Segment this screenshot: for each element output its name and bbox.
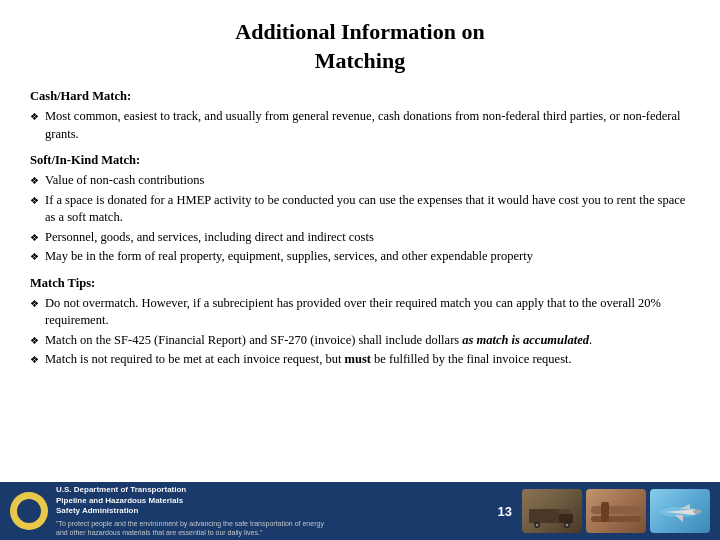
list-item: ❖ May be in the form of real property, e… bbox=[30, 248, 690, 266]
pipeline-image bbox=[586, 489, 646, 533]
list-item: ❖ Match on the SF-425 (Financial Report)… bbox=[30, 332, 690, 350]
soft-in-kind-heading: Soft/In-Kind Match: bbox=[30, 153, 690, 168]
pipeline-svg bbox=[591, 494, 641, 529]
svg-rect-7 bbox=[591, 506, 641, 514]
cash-hard-section: Cash/Hard Match: ❖ Most common, easiest … bbox=[30, 89, 690, 143]
footer-images bbox=[522, 489, 710, 533]
page-number: 13 bbox=[498, 504, 512, 519]
bold-text: must bbox=[345, 352, 371, 366]
footer-image-pipeline bbox=[586, 489, 646, 533]
bullet-icon: ❖ bbox=[30, 194, 39, 208]
list-item-text: Match on the SF-425 (Financial Report) a… bbox=[45, 332, 690, 350]
list-item-text: Value of non-cash contributions bbox=[45, 172, 690, 190]
list-item: ❖ If a space is donated for a HMEP activ… bbox=[30, 192, 690, 227]
bullet-icon: ❖ bbox=[30, 297, 39, 311]
list-item: ❖ Most common, easiest to track, and usu… bbox=[30, 108, 690, 143]
footer: U.S. Department of Transportation Pipeli… bbox=[0, 482, 720, 540]
title-line1: Additional Information on bbox=[235, 19, 484, 44]
match-tips-heading: Match Tips: bbox=[30, 276, 690, 291]
plane-svg bbox=[655, 494, 705, 529]
cash-hard-heading: Cash/Hard Match: bbox=[30, 89, 690, 104]
truck-image bbox=[522, 489, 582, 533]
soft-in-kind-list: ❖ Value of non-cash contributions ❖ If a… bbox=[30, 172, 690, 266]
plane-image bbox=[650, 489, 710, 533]
footer-org-name: U.S. Department of Transportation Pipeli… bbox=[56, 485, 498, 516]
bullet-icon: ❖ bbox=[30, 250, 39, 264]
footer-image-plane bbox=[650, 489, 710, 533]
list-item: ❖ Value of non-cash contributions bbox=[30, 172, 690, 190]
svg-rect-1 bbox=[559, 514, 573, 523]
footer-org-block: U.S. Department of Transportation Pipeli… bbox=[56, 485, 498, 536]
list-item-text: If a space is donated for a HMEP activit… bbox=[45, 192, 690, 227]
svg-rect-0 bbox=[529, 509, 559, 523]
bullet-icon: ❖ bbox=[30, 110, 39, 124]
svg-rect-14 bbox=[693, 510, 701, 513]
page-title: Additional Information on Matching bbox=[30, 18, 690, 75]
list-item: ❖ Match is not required to be met at eac… bbox=[30, 351, 690, 369]
svg-marker-12 bbox=[680, 504, 690, 509]
match-tips-section: Match Tips: ❖ Do not overmatch. However,… bbox=[30, 276, 690, 369]
svg-rect-9 bbox=[601, 502, 609, 522]
bullet-icon: ❖ bbox=[30, 353, 39, 367]
bullet-icon: ❖ bbox=[30, 334, 39, 348]
list-item: ❖ Do not overmatch. However, if a subrec… bbox=[30, 295, 690, 330]
list-item-text: Match is not required to be met at each … bbox=[45, 351, 690, 369]
bullet-icon: ❖ bbox=[30, 231, 39, 245]
list-item-text: Do not overmatch. However, if a subrecip… bbox=[45, 295, 690, 330]
title-line2: Matching bbox=[315, 48, 405, 73]
list-item-text: May be in the form of real property, equ… bbox=[45, 248, 690, 266]
tagline-line2: and other hazardous materials that are e… bbox=[56, 529, 262, 536]
list-item-text: Most common, easiest to track, and usual… bbox=[45, 108, 690, 143]
list-item: ❖ Personnel, goods, and services, includ… bbox=[30, 229, 690, 247]
footer-image-truck bbox=[522, 489, 582, 533]
match-tips-list: ❖ Do not overmatch. However, if a subrec… bbox=[30, 295, 690, 369]
tagline-line1: "To protect people and the environment b… bbox=[56, 520, 324, 527]
bullet-icon: ❖ bbox=[30, 174, 39, 188]
list-item-text: Personnel, goods, and services, includin… bbox=[45, 229, 690, 247]
soft-in-kind-section: Soft/In-Kind Match: ❖ Value of non-cash … bbox=[30, 153, 690, 266]
org-line1: U.S. Department of Transportation bbox=[56, 485, 186, 494]
org-line2: Pipeline and Hazardous Materials bbox=[56, 496, 183, 505]
svg-point-6 bbox=[566, 523, 569, 526]
svg-rect-8 bbox=[591, 516, 641, 522]
svg-point-4 bbox=[536, 523, 539, 526]
page: Additional Information on Matching Cash/… bbox=[0, 0, 720, 540]
dot-logo bbox=[10, 492, 48, 530]
truck-svg bbox=[527, 494, 577, 529]
svg-marker-13 bbox=[675, 515, 683, 522]
svg-marker-2 bbox=[559, 509, 573, 514]
italic-bold-text: as match is accumulated bbox=[462, 333, 589, 347]
org-line3: Safety Administration bbox=[56, 506, 138, 515]
footer-tagline: "To protect people and the environment b… bbox=[56, 519, 498, 537]
cash-hard-list: ❖ Most common, easiest to track, and usu… bbox=[30, 108, 690, 143]
dot-logo-inner bbox=[15, 497, 43, 525]
